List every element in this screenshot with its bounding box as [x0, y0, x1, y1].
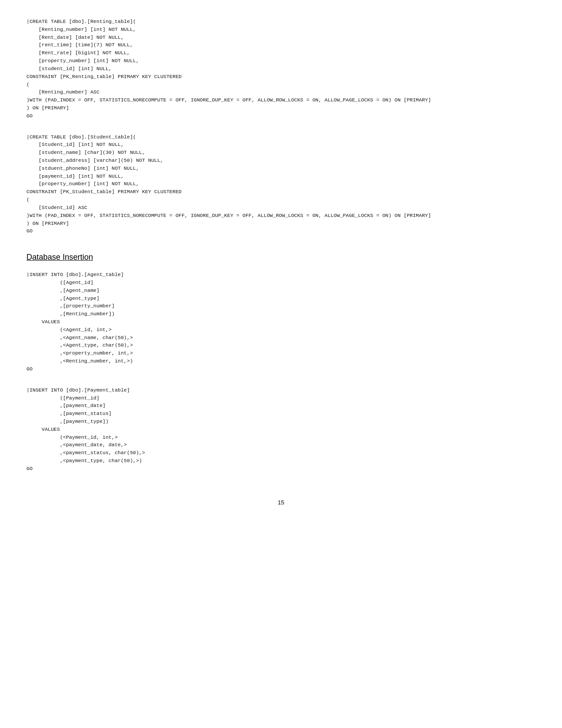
page-content: |CREATE TABLE [dbo].[Renting_table]( [Re…: [26, 18, 536, 506]
agent-insert-code-block: |INSERT INTO [dbo].[Agent_table] ([Agent…: [26, 271, 536, 373]
student-table-code-block: |CREATE TABLE [dbo].[Student_table]( [St…: [26, 133, 536, 235]
renting-table-code: |CREATE TABLE [dbo].[Renting_table]( [Re…: [26, 18, 536, 120]
agent-insert-code: |INSERT INTO [dbo].[Agent_table] ([Agent…: [26, 271, 536, 373]
page-number: 15: [26, 499, 536, 506]
payment-insert-code-block: |INSERT INTO [dbo].[Payment_table] ([Pay…: [26, 386, 536, 473]
section-title-db-insertion: Database Insertion: [26, 253, 536, 262]
renting-table-code-block: |CREATE TABLE [dbo].[Renting_table]( [Re…: [26, 18, 536, 120]
payment-insert-code: |INSERT INTO [dbo].[Payment_table] ([Pay…: [26, 386, 536, 473]
student-table-code: |CREATE TABLE [dbo].[Student_table]( [St…: [26, 133, 536, 235]
